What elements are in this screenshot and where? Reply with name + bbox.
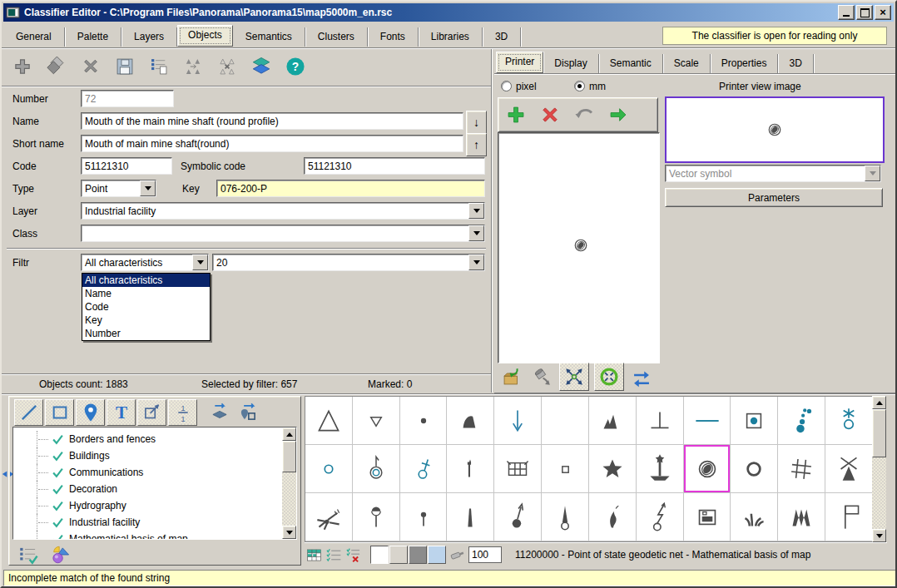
symbol-cell-frame-picture[interactable] <box>684 493 731 541</box>
name-field[interactable] <box>81 112 463 130</box>
filter-option-name[interactable]: Name <box>82 287 210 300</box>
symbol-cell-circle-branch[interactable] <box>400 445 448 493</box>
symbol-cell-arrow-down[interactable] <box>494 397 542 445</box>
prev-object-button[interactable]: ↑ <box>466 133 487 156</box>
symbol-cell-target[interactable] <box>684 445 731 493</box>
pour-bucket-icon[interactable] <box>529 364 554 389</box>
grid-scrollbar[interactable] <box>872 396 886 542</box>
tree-item-industrial-facility[interactable]: Industrial facility <box>13 514 282 531</box>
point-icon[interactable] <box>76 399 105 426</box>
symbol-cell-circle-arrow[interactable] <box>494 493 542 541</box>
symbol-cell-tower-circle[interactable] <box>542 493 589 541</box>
tab-general[interactable]: General <box>3 27 65 47</box>
symbol-cell-rocks[interactable] <box>589 397 637 445</box>
box-import-icon[interactable] <box>499 364 524 389</box>
tree-item-communications[interactable]: Communications <box>13 464 282 481</box>
unit-pixel-radio[interactable]: pixel <box>501 81 537 92</box>
symbol-cell-asterisk-circle[interactable] <box>825 397 873 445</box>
symbolic-code-field[interactable] <box>304 157 485 175</box>
key-field[interactable] <box>216 180 485 197</box>
symbol-cell-flag[interactable] <box>825 493 873 541</box>
chevron-down-icon[interactable] <box>468 254 484 270</box>
scroll-down-icon[interactable] <box>872 529 886 542</box>
symbol-cell-lighthouse[interactable] <box>637 445 684 493</box>
symbol-cell-pin-dot[interactable] <box>400 493 448 541</box>
layers-swap-icon[interactable] <box>207 400 232 425</box>
delete-icon[interactable] <box>78 54 103 79</box>
symbol-cell-lollipop[interactable] <box>353 493 400 541</box>
tree-item-borders-and-fences[interactable]: Borders and fences <box>13 431 282 447</box>
filter-text-combo[interactable]: 20 <box>212 254 485 271</box>
tab-3d[interactable]: 3D <box>483 27 521 47</box>
radio-icon[interactable] <box>501 81 512 91</box>
next-object-button[interactable]: ↓ <box>466 111 487 134</box>
move-points-icon[interactable] <box>181 54 206 79</box>
fraction-icon[interactable]: 11 <box>168 399 197 426</box>
vector-icon[interactable] <box>137 399 166 426</box>
tree-item-hydrography[interactable]: Hydrography <box>13 497 282 514</box>
chevron-down-icon[interactable] <box>192 254 208 270</box>
scroll-down-icon[interactable] <box>282 526 296 539</box>
maximize-button[interactable] <box>856 5 873 20</box>
scale-input[interactable] <box>468 546 502 563</box>
tree-item-buildings[interactable]: Buildings <box>13 447 282 464</box>
apply-icon[interactable] <box>606 102 631 127</box>
chevron-down-icon[interactable] <box>140 180 156 196</box>
tree-item-mathematical-basis-of-map[interactable]: Mathematical basis of map <box>13 531 282 540</box>
tab-palette[interactable]: Palette <box>65 27 121 47</box>
radio-selected-icon[interactable] <box>574 81 585 91</box>
symbol-cell-line-teal[interactable] <box>684 397 731 445</box>
filter-option-code[interactable]: Code <box>82 300 210 314</box>
tab-semantics[interactable]: Semantics <box>233 27 305 47</box>
tree-item-decoration[interactable]: Decoration <box>13 481 282 497</box>
symbol-cell-perpendicular[interactable] <box>637 397 684 445</box>
symbol-cell-bolt-circle[interactable] <box>637 493 684 541</box>
symbol-cell-circle-stem[interactable] <box>353 445 400 493</box>
color-swatch[interactable] <box>370 546 389 564</box>
symbol-cell-star[interactable] <box>589 445 637 493</box>
symbol-cell-double-peak[interactable] <box>778 493 825 541</box>
symbol-tab-scale[interactable]: Scale <box>663 54 711 73</box>
filter-field-combo[interactable]: All characteristics <box>81 254 209 271</box>
scroll-thumb[interactable] <box>872 409 886 457</box>
symbol-tab-printer[interactable]: Printer <box>496 52 543 73</box>
filter-option-number[interactable]: Number <box>82 327 210 340</box>
add-icon[interactable] <box>10 54 35 79</box>
filter-option-all-characteristics[interactable]: All characteristics <box>82 274 210 287</box>
layers-icon[interactable] <box>249 54 274 79</box>
scroll-thumb[interactable] <box>282 441 296 472</box>
symbol-cell-circle-teal-small[interactable] <box>305 445 353 493</box>
symbol-cell-window-grid[interactable] <box>494 445 542 493</box>
printer-view-image[interactable] <box>665 96 885 163</box>
symbol-cell-windmill[interactable] <box>825 445 873 493</box>
symbol-cell-flame[interactable] <box>589 493 637 541</box>
color-swatch[interactable] <box>409 546 427 564</box>
tab-objects[interactable]: Objects <box>177 25 233 47</box>
symbol-cell-triangle-small-inv[interactable] <box>353 397 400 445</box>
symbol-cell-mound[interactable] <box>447 397 494 445</box>
color-swatch[interactable] <box>428 546 446 564</box>
chevron-down-icon[interactable] <box>468 225 484 241</box>
scroll-up-icon[interactable] <box>872 396 886 409</box>
class-combo[interactable] <box>81 225 485 242</box>
copy-list-icon[interactable] <box>146 54 171 79</box>
symbol-tab-display[interactable]: Display <box>543 54 598 73</box>
symbol-cell-triangle[interactable] <box>305 397 353 445</box>
painter-icon[interactable] <box>448 545 467 565</box>
filter-option-key[interactable]: Key <box>82 314 210 327</box>
minimize-button[interactable] <box>838 5 855 20</box>
chevron-down-icon[interactable] <box>468 203 484 219</box>
symbol-tab-properties[interactable]: Properties <box>711 54 779 73</box>
help-icon[interactable]: ? <box>283 54 308 79</box>
symbol-cell-burst[interactable] <box>305 493 353 541</box>
collapse-icon[interactable] <box>594 363 624 391</box>
symbol-list-area[interactable] <box>498 132 660 363</box>
symbol-cell-tower-small[interactable] <box>447 445 494 493</box>
point-swap-icon[interactable] <box>235 400 260 425</box>
tab-layers[interactable]: Layers <box>121 27 177 47</box>
color-swatch[interactable] <box>389 546 408 564</box>
symbol-cell-hash-grid[interactable] <box>778 445 825 493</box>
short-name-field[interactable] <box>81 135 463 152</box>
tab-clusters[interactable]: Clusters <box>305 27 368 47</box>
symbol-cell-square-dot[interactable] <box>731 397 778 445</box>
